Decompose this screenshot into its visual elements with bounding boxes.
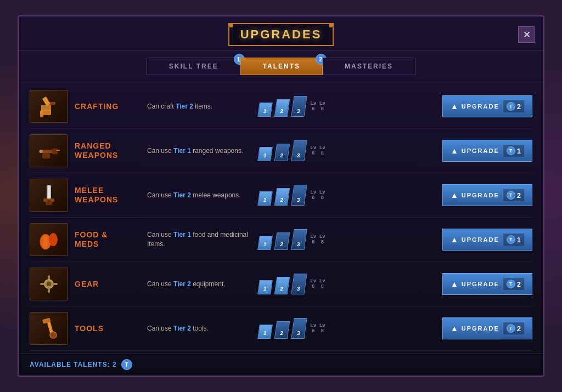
- upgrade-cost-tools: T2: [503, 322, 524, 334]
- pip-bar-tools-3: 3: [291, 318, 307, 339]
- cost-icon-melee-weapons: T: [507, 191, 515, 200]
- upgrade-button-tools[interactable]: ▲UPGRADET2: [442, 317, 532, 339]
- pip-crafting-3: 3: [291, 96, 307, 117]
- pip-gear-1: 1: [257, 274, 273, 294]
- close-button[interactable]: ✕: [518, 26, 535, 43]
- lv-label-crafting-1: Lv6: [310, 101, 316, 112]
- pip-bar-melee-weapons-2: 2: [274, 188, 290, 206]
- skill-icon-melee-weapons: [30, 179, 68, 212]
- svg-rect-13: [46, 201, 52, 205]
- pip-crafting-1: 1: [257, 96, 273, 117]
- pip-food-meds-3: 3: [291, 229, 307, 250]
- cost-num-food-meds: 1: [517, 236, 521, 244]
- available-talents-text: AVAILABLE TALENTS: 2: [30, 361, 117, 368]
- lv-label-ranged-weapons-2: Lv8: [319, 145, 325, 156]
- pip-melee-weapons-1: 1: [257, 185, 273, 206]
- skill-name-food-meds: FOOD &MEDS: [75, 230, 140, 249]
- pip-bar-melee-weapons-3: 3: [291, 185, 307, 206]
- svg-rect-3: [42, 96, 50, 106]
- pip-bar-melee-weapons-1: 1: [258, 191, 273, 206]
- svg-rect-21: [48, 288, 50, 293]
- footer: AVAILABLE TALENTS: 2 T: [19, 353, 543, 376]
- cost-icon-ranged-weapons: T: [507, 146, 515, 155]
- pip-bar-gear-3: 3: [291, 274, 307, 294]
- pip-bar-crafting-1: 1: [258, 103, 273, 117]
- cost-num-tools: 2: [517, 325, 521, 333]
- upgrade-cost-ranged-weapons: T1: [503, 145, 524, 157]
- skill-row-crafting: CRAFTINGCan craft Tier 2 items.123Lv6Lv8…: [30, 84, 532, 129]
- lv-label-tools-1: Lv6: [310, 323, 316, 334]
- tab-masteries[interactable]: MASTERIES: [323, 58, 415, 75]
- skill-icon-food-meds: [30, 223, 68, 256]
- pip-bar-gear-1: 1: [258, 280, 273, 294]
- tab-skill-tree-label: SKILL TREE: [169, 63, 218, 70]
- lv-label-crafting-2: Lv8: [319, 101, 325, 112]
- tab-talents[interactable]: TALENTS 2: [240, 58, 323, 75]
- level-indicators-melee-weapons: 123Lv6Lv8: [257, 185, 325, 206]
- skill-name-crafting: CRAFTING: [75, 102, 140, 111]
- level-indicators-tools: 123Lv6Lv8: [257, 318, 325, 339]
- skill-icon-gear: [30, 268, 68, 300]
- cost-icon-food-meds: T: [507, 235, 515, 244]
- cost-num-melee-weapons: 2: [517, 191, 521, 200]
- pip-crafting-2: 2: [274, 96, 290, 117]
- skill-row-tools: TOOLSCan use Tier 2 tools.123Lv6Lv8▲UPGR…: [30, 306, 532, 351]
- skill-row-melee-weapons: MELEEWEAPONSCan use Tier 2 melee weapons…: [30, 173, 532, 218]
- upgrade-text-gear: UPGRADE: [462, 281, 499, 287]
- cost-num-ranged-weapons: 1: [517, 147, 521, 155]
- upgrade-cost-food-meds: T1: [503, 234, 524, 246]
- cost-icon-tools: T: [507, 324, 515, 333]
- lv-label-melee-weapons-2: Lv8: [319, 190, 325, 201]
- upgrade-text-melee-weapons: UPGRADE: [462, 192, 499, 198]
- panel-title: UPGRADES: [240, 27, 322, 41]
- level-indicators-ranged-weapons: 123Lv6Lv8: [257, 140, 325, 161]
- upgrade-button-crafting[interactable]: ▲UPGRADET2: [442, 95, 532, 117]
- tab-skill-tree[interactable]: SKILL TREE 1: [147, 58, 240, 75]
- upgrade-button-food-meds[interactable]: ▲UPGRADET1: [442, 229, 532, 251]
- upgrade-text-tools: UPGRADE: [462, 325, 499, 332]
- upgrade-button-ranged-weapons[interactable]: ▲UPGRADET1: [442, 140, 532, 162]
- pip-ranged-weapons-2: 2: [274, 140, 290, 161]
- skill-name-melee-weapons: MELEEWEAPONS: [75, 186, 140, 204]
- skill-icon-crafting: [30, 90, 68, 123]
- svg-point-19: [47, 282, 51, 286]
- upgrade-cost-gear: T2: [503, 278, 524, 290]
- pip-gear-2: 2: [274, 274, 290, 294]
- level-indicators-gear: 123Lv6Lv8: [257, 274, 325, 294]
- svg-rect-6: [52, 149, 58, 154]
- tab-talents-label: TALENTS: [263, 63, 300, 70]
- upgrade-arrow-gear: ▲: [451, 280, 458, 288]
- footer-talent-badge: T: [121, 359, 132, 370]
- upgrade-arrow-food-meds: ▲: [451, 235, 458, 244]
- skill-desc-tools: Can use Tier 2 tools.: [147, 324, 251, 333]
- pip-melee-weapons-2: 2: [274, 185, 290, 206]
- svg-rect-8: [42, 153, 50, 158]
- tabs-row: SKILL TREE 1 TALENTS 2 MASTERIES: [19, 51, 543, 82]
- upgrade-arrow-tools: ▲: [451, 324, 458, 333]
- upgrade-button-gear[interactable]: ▲UPGRADET2: [442, 273, 532, 295]
- lv-label-melee-weapons-1: Lv6: [310, 190, 316, 201]
- skill-row-gear: GEARCan use Tier 2 equipment.123Lv6Lv8▲U…: [30, 262, 532, 306]
- pip-bar-gear-2: 2: [274, 277, 290, 294]
- pip-gear-3: 3: [291, 274, 307, 294]
- skill-name-gear: GEAR: [75, 280, 140, 289]
- pip-food-meds-2: 2: [274, 229, 290, 250]
- upgrade-text-crafting: UPGRADE: [462, 103, 499, 110]
- upgrade-text-food-meds: UPGRADE: [462, 236, 499, 243]
- skill-desc-gear: Can use Tier 2 equipment.: [147, 280, 251, 289]
- svg-point-9: [40, 150, 43, 153]
- svg-rect-4: [40, 111, 43, 117]
- upgrade-cost-melee-weapons: T2: [503, 189, 524, 201]
- pip-tools-2: 2: [274, 318, 290, 339]
- skill-desc-crafting: Can craft Tier 2 items.: [147, 102, 251, 111]
- upgrade-button-melee-weapons[interactable]: ▲UPGRADET2: [442, 184, 532, 206]
- lv-label-gear-2: Lv8: [319, 279, 325, 289]
- pip-bar-tools-1: 1: [258, 325, 273, 339]
- svg-rect-20: [48, 275, 50, 280]
- pip-bar-ranged-weapons-1: 1: [258, 147, 273, 161]
- skill-name-tools: TOOLS: [75, 324, 140, 333]
- skill-icon-ranged-weapons: [30, 134, 68, 167]
- upgrades-panel: UPGRADES ✕ SKILL TREE 1 TALENTS 2 MASTER…: [18, 15, 544, 377]
- pip-food-meds-1: 1: [257, 229, 273, 250]
- pip-bar-tools-2: 2: [274, 321, 290, 339]
